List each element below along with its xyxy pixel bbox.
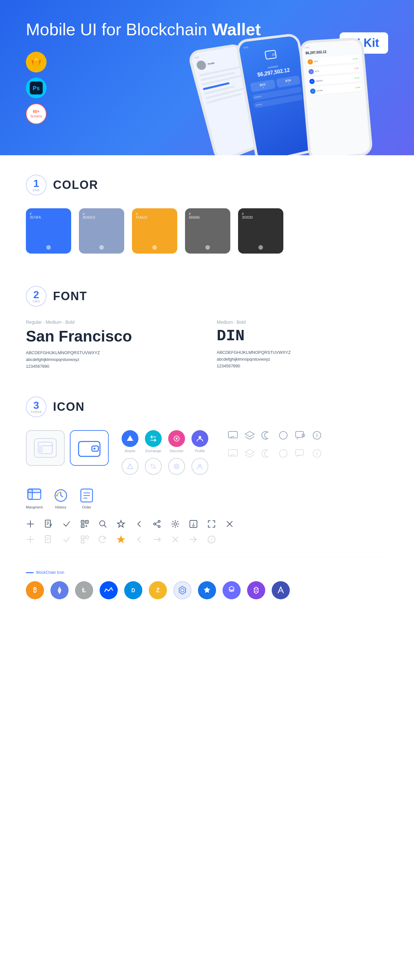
font1-upper: ABCDEFGHIJKLMNOPQRSTUVWXYZ: [26, 350, 197, 355]
discover-outline-icon: [168, 458, 185, 475]
screens-badge: 60+Screens: [26, 103, 46, 124]
svg-point-54: [174, 523, 177, 525]
order-icon: [79, 488, 94, 503]
svg-rect-59: [81, 540, 84, 543]
svg-point-38: [56, 495, 58, 496]
order-icon-item: Order: [79, 488, 94, 509]
dash-logo: D: [124, 581, 142, 599]
svg-point-53: [158, 526, 160, 528]
svg-point-20: [174, 464, 179, 469]
svg-rect-28: [302, 434, 305, 437]
history-icon-item: History: [53, 488, 68, 509]
svg-text:Z: Z: [156, 587, 160, 593]
font2-name: DIN: [217, 327, 388, 345]
arrows-outline-icon: [153, 535, 162, 544]
layers-icon: [245, 430, 255, 441]
search-icon: [98, 519, 107, 528]
swatch-2: #8DA0C8: [79, 208, 124, 254]
icon-showcase-row: Assets Exchange Discover: [26, 430, 388, 475]
svg-rect-12: [79, 441, 100, 457]
svg-text:Ps: Ps: [33, 85, 40, 92]
extra-icons-col6: i i: [312, 430, 322, 459]
arrow-right-outline-icon: [189, 535, 198, 544]
ltc-logo: Ł: [75, 581, 93, 599]
circle-icons-outline: [122, 458, 208, 475]
chevron-left-icon: [135, 519, 143, 528]
xem-logo: [223, 581, 240, 599]
extra-icons-col2: [245, 430, 255, 459]
swatch-3: #F5A623: [132, 208, 177, 254]
svg-text:₿: ₿: [33, 586, 37, 593]
extra-icons-col3: [261, 430, 272, 459]
font2-lower: abcdefghijklmnopqrstuvwxyz: [217, 357, 388, 361]
svg-rect-56: [45, 536, 51, 543]
svg-rect-8: [272, 53, 275, 56]
history-icon: [53, 488, 68, 503]
assets-label: Assets: [124, 449, 135, 453]
tool-icons-row-1: i: [26, 519, 388, 544]
svg-point-51: [158, 520, 160, 522]
upload-icon: [189, 519, 198, 528]
svg-point-18: [199, 436, 201, 439]
svg-text:Ł: Ł: [82, 586, 86, 593]
svg-rect-57: [81, 536, 84, 539]
bottom-nav-icons: Mangment History Order: [26, 488, 388, 509]
font-section-header: 2 TWO FONT: [26, 286, 388, 307]
poly-logo: [272, 581, 290, 599]
swatch-5: #303030: [238, 208, 283, 254]
document-edit-icon: [44, 519, 53, 528]
waves-logo: [100, 581, 118, 599]
font-grid: Regular · Medium · Bold San Francisco AB…: [26, 320, 388, 371]
svg-marker-15: [127, 435, 133, 441]
circle-outline-icon: [278, 448, 288, 459]
exchange-label: Exchange: [145, 449, 161, 453]
icon-wireframe-2: [70, 430, 109, 466]
extra-icons-col1: [228, 430, 238, 459]
font1-numbers: 1234567890: [26, 364, 197, 369]
discover-icon-item: Discover: [168, 430, 185, 453]
btc-logo: ₿: [26, 581, 44, 599]
svg-point-21: [176, 465, 178, 467]
layers-outline-icon: [245, 448, 255, 459]
svg-rect-47: [82, 521, 83, 522]
star-icon: [116, 519, 126, 528]
svg-point-52: [154, 523, 156, 525]
sketch-badge: [26, 52, 46, 72]
refresh-outline-icon: [98, 535, 107, 544]
font1-name: San Francisco: [26, 327, 197, 345]
profile-label: Profile: [195, 449, 205, 453]
font1-lower: abcdefghijklmnopqrstuvwxyz: [26, 357, 197, 362]
svg-point-26: [279, 450, 287, 457]
phone-right: 9:41 $6,297,502.12 ₿ BTC +2.3% Ξ ETH -1.…: [299, 37, 373, 155]
info-outline2-icon: i: [207, 535, 216, 544]
font-title: FONT: [53, 290, 88, 303]
info-outline-icon: i: [312, 448, 322, 459]
management-label: Mangment: [26, 505, 43, 509]
assets-outline-icon: [122, 458, 139, 475]
svg-rect-48: [86, 521, 88, 522]
circle-icons-group: Assets Exchange Discover: [122, 430, 208, 475]
extra-icons-col4: [278, 430, 288, 459]
check-icon: [62, 519, 71, 528]
font-section: 2 TWO FONT Regular · Medium · Bold San F…: [0, 273, 414, 383]
circle-icon: [278, 430, 288, 441]
svg-point-25: [279, 431, 287, 439]
font-2: Medium · Bold DIN ABCDEFGHIJKLMNOPQRSTUV…: [217, 320, 388, 371]
ps-badge: Ps: [26, 78, 46, 98]
discover-label: Discover: [170, 449, 184, 453]
svg-rect-58: [85, 536, 88, 539]
blockchain-line: [26, 572, 33, 573]
icon-section-header: 3 THREE ICON: [26, 396, 388, 417]
plus-icon: [26, 519, 35, 528]
swatch-4: #666666: [185, 208, 230, 254]
svg-rect-36: [28, 489, 41, 493]
share-icon: [153, 519, 162, 528]
assets-icon: [122, 430, 139, 447]
phones-area: 9:41 Profile 9:41: [188, 32, 414, 155]
management-icon: [27, 488, 42, 503]
color-title: COLOR: [53, 178, 98, 192]
color-section-header: 1 ONE COLOR: [26, 175, 388, 195]
blockchain-label: BlockChain Icon: [26, 570, 388, 575]
svg-rect-49: [82, 526, 83, 527]
document-outline-icon: [44, 535, 53, 544]
